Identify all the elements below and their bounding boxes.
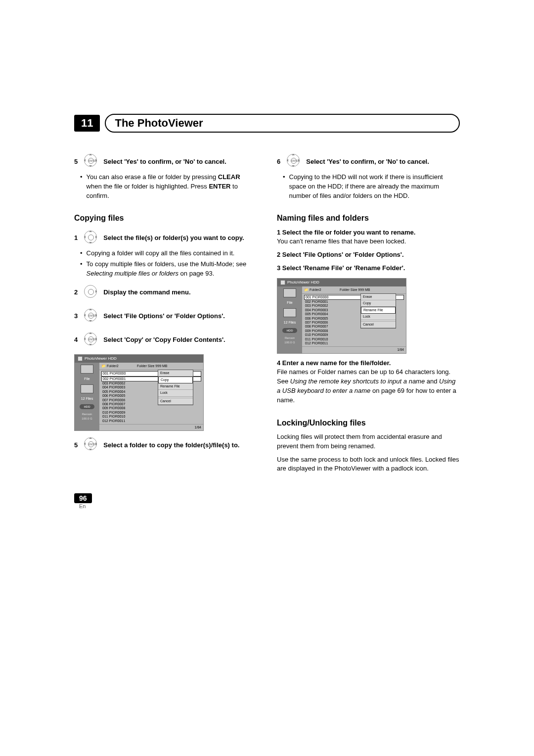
- thumb-icon: [283, 288, 296, 297]
- page: 11 The PhotoViewer 5 ENTER Select 'Yes' …: [0, 0, 534, 539]
- text: Copying to the HDD will not work if ther…: [289, 173, 460, 201]
- context-menu: Erase Copy Rename File Lock Cancel: [360, 293, 396, 329]
- list-item: 009 PIOR0008: [304, 329, 404, 333]
- ss-sidebar: File 12 Files HDD Remain100.0 G: [277, 286, 302, 353]
- ss-main: 📁 Folder2Folder Size 999 MB 001 PIOR0000…: [302, 286, 406, 353]
- context-menu: Erase Copy Rename File Lock Cancel: [158, 370, 193, 405]
- menu-item-selected: Copy: [158, 377, 193, 383]
- right-column: 6 ENTER Select 'Yes' to confirm, or 'No'…: [277, 147, 460, 473]
- text: See: [277, 378, 290, 385]
- bullet-multimode: To copy multiple files or folders, use t…: [80, 260, 257, 279]
- name-step-4-body: File names or Folder names can be up to …: [277, 368, 460, 377]
- label-file: File: [84, 377, 89, 381]
- photoviewer-screenshot-copy: PhotoViewer HDD File 12 Files HDD Remain…: [74, 354, 204, 431]
- dpad-enter-icon: ENTER: [285, 152, 301, 171]
- step-number: 6: [277, 157, 280, 167]
- language-code: En: [79, 503, 460, 509]
- dpad-enter-icon: ENTER: [83, 331, 98, 350]
- remain-value: 100.0 G: [284, 341, 295, 344]
- name-step-3: 3 Select 'Rename File' or 'Rename Folder…: [277, 264, 460, 273]
- list-item: 012 PIOR0011: [101, 419, 201, 423]
- ss-title: PhotoViewer HDD: [75, 355, 203, 363]
- menu-item: Erase: [361, 294, 396, 300]
- name-step-4: 4 Enter a new name for the file/folder.: [277, 359, 460, 368]
- folder-name: Folder2: [107, 364, 119, 368]
- label-remain: Remain: [82, 413, 92, 416]
- naming-heading: Naming files and folders: [277, 212, 460, 224]
- chapter-title: The PhotoViewer: [105, 114, 460, 133]
- step-number: 4: [74, 335, 78, 345]
- step-text: Select 'Yes' to confirm, or 'No' to canc…: [306, 157, 429, 167]
- xref: Using the remote key shortcuts to input …: [290, 378, 425, 385]
- hdd-badge: HDD: [80, 404, 94, 409]
- label-files: 12 Files: [284, 320, 296, 325]
- hdd-badge: HDD: [282, 328, 297, 333]
- folder-size: Folder Size 999 MB: [340, 287, 370, 292]
- ss-title: PhotoViewer HDD: [277, 279, 406, 286]
- copying-files-heading: Copying files: [74, 212, 257, 224]
- label-file: File: [287, 300, 292, 305]
- step-6-confirm: 6 ENTER Select 'Yes' to confirm, or 'No'…: [277, 152, 460, 171]
- list-item: 010 PIOR0009: [304, 333, 404, 337]
- label-files: 12 Files: [81, 396, 93, 401]
- dpad-enter-icon: ENTER: [83, 436, 98, 455]
- list-item: 011 PIOR0010: [101, 415, 201, 419]
- two-column-body: 5 ENTER Select 'Yes' to confirm, or 'No'…: [74, 147, 460, 473]
- copy-step-2: 2 Display the command menu.: [74, 284, 257, 302]
- thumb-icon: [81, 384, 93, 393]
- remain-value: 100.0 G: [82, 417, 92, 420]
- menu-item: Rename File: [158, 383, 193, 390]
- dpad-enter-icon: ENTER: [83, 307, 98, 326]
- chapter-number-badge: 11: [74, 115, 100, 132]
- text: To copy multiple files or folders, use t…: [87, 260, 247, 268]
- text: when the file or folder is highlighted. …: [87, 183, 209, 190]
- dpad-enter-icon: ENTER: [83, 152, 98, 171]
- dpad-right-icon: [83, 284, 98, 302]
- page-footer: 96 En: [74, 493, 460, 509]
- list-item: 012 PIOR0011: [304, 341, 404, 345]
- menu-item: Lock: [158, 390, 193, 396]
- locking-p2: Use the same process to both lock and un…: [277, 455, 460, 474]
- bullet-copy-folder: Copying a folder will copy all the files…: [80, 249, 257, 258]
- enter-key: ENTER: [209, 183, 230, 190]
- menu-item: Copy: [361, 300, 396, 307]
- text: You can also erase a file or folder by p…: [87, 173, 218, 181]
- left-column: 5 ENTER Select 'Yes' to confirm, or 'No'…: [74, 147, 257, 473]
- step-text: Select 'Yes' to confirm, or 'No' to canc…: [103, 157, 226, 167]
- menu-item: Cancel: [361, 322, 396, 328]
- list-item: 009 PIOR0008: [101, 406, 201, 410]
- photoviewer-screenshot-rename: PhotoViewer HDD File 12 Files HDD Remain…: [277, 278, 406, 354]
- chapter-header: 11 The PhotoViewer: [74, 114, 460, 133]
- text: PhotoViewer HDD: [85, 356, 117, 362]
- copy-step-3: 3 ENTER Select 'File Options' or 'Folder…: [74, 307, 257, 326]
- text: on page 93.: [178, 270, 214, 277]
- menu-item: Lock: [361, 314, 396, 320]
- menu-item-selected: Rename File: [361, 307, 396, 314]
- step-number: 3: [74, 312, 78, 321]
- counter: 1/84: [302, 346, 406, 353]
- dpad-icon: [83, 229, 98, 248]
- app-icon: [280, 280, 285, 285]
- step-text: Display the command menu.: [103, 288, 190, 297]
- menu-item: Cancel: [158, 398, 193, 405]
- ss-sidebar: File 12 Files HDD Remain100.0 G: [75, 363, 99, 430]
- folder-name: Folder2: [310, 288, 321, 291]
- ss-main: 📁 Folder2Folder Size 999 MB 001 PIOR0000…: [99, 363, 203, 430]
- step-text: Select 'File Options' or 'Folder Options…: [103, 312, 225, 321]
- name-step-1-body: You can't rename files that have been lo…: [277, 237, 460, 246]
- label-remain: Remain: [285, 336, 295, 339]
- locking-heading: Locking/Unlocking files: [277, 417, 460, 428]
- copy-step-4: 4 ENTER Select 'Copy' or 'Copy Folder Co…: [74, 331, 257, 350]
- xref: Selecting multiple files or folders: [87, 270, 178, 277]
- name-step-2: 2 Select 'File Options' or 'Folder Optio…: [277, 250, 460, 260]
- text: Copying a folder will copy all the files…: [87, 249, 235, 258]
- counter: 1/84: [99, 424, 203, 430]
- name-step-1: 1 Select the file or folder you want to …: [277, 228, 460, 237]
- step-text: Select a folder to copy the folder(s)/fi…: [103, 441, 239, 450]
- name-step-4-see: See Using the remote key shortcuts to in…: [277, 377, 460, 405]
- locking-p1: Locking files will protect them from acc…: [277, 432, 460, 451]
- step-5-confirm: 5 ENTER Select 'Yes' to confirm, or 'No'…: [74, 152, 257, 171]
- copy-step-1: 1 Select the file(s) or folder(s) you wa…: [74, 229, 257, 248]
- list-item: 010 PIOR0009: [101, 411, 201, 415]
- page-number: 96: [74, 493, 92, 503]
